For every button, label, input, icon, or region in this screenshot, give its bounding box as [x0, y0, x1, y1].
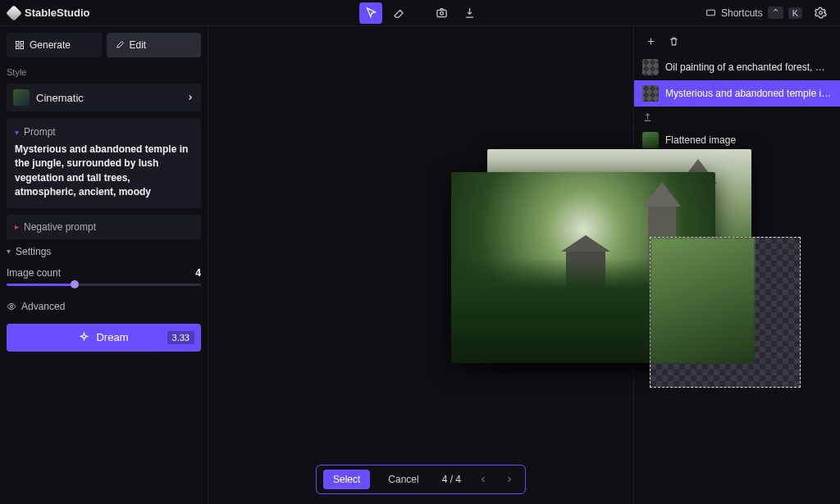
- layer-thumb-icon: [642, 59, 659, 75]
- negative-prompt-panel[interactable]: ▸ Negative prompt: [7, 215, 201, 239]
- chevron-left-icon: [478, 474, 488, 484]
- svg-rect-7: [21, 46, 24, 49]
- selection-box[interactable]: [650, 237, 801, 388]
- edit-icon: [115, 40, 125, 50]
- plus-icon: [646, 36, 656, 47]
- trash-icon: [669, 36, 679, 47]
- shortcuts-label: Shortcuts: [721, 7, 763, 19]
- sparkle-icon: [79, 332, 89, 343]
- negative-prompt-label: Negative prompt: [24, 221, 96, 233]
- upload-icon: [642, 111, 653, 122]
- advanced-toggle[interactable]: Advanced: [7, 301, 201, 312]
- export-layer-button[interactable]: [634, 107, 840, 127]
- layer-label: Oil painting of a enchanted forest, with…: [665, 61, 832, 73]
- svg-point-1: [440, 11, 443, 15]
- image-count-value: 4: [195, 267, 201, 279]
- settings-gear-icon[interactable]: [809, 2, 832, 24]
- cancel-button[interactable]: Cancel: [378, 470, 428, 489]
- style-swatch-icon: [13, 89, 30, 106]
- dream-button[interactable]: Dream 3.33: [7, 324, 201, 352]
- image-count-slider[interactable]: [7, 284, 201, 286]
- svg-rect-4: [16, 42, 20, 45]
- pager-next[interactable]: [500, 470, 518, 488]
- delete-layer-button[interactable]: [665, 33, 682, 49]
- style-label: Style: [7, 67, 201, 77]
- kbd-1: ⌃: [768, 7, 783, 19]
- brand: StableStudio: [8, 7, 89, 19]
- style-select[interactable]: Cinematic: [7, 84, 201, 111]
- svg-point-8: [11, 305, 13, 307]
- svg-rect-2: [707, 10, 715, 16]
- dream-label: Dream: [96, 331, 128, 343]
- mode-edit-label: Edit: [130, 39, 147, 51]
- select-button[interactable]: Select: [323, 470, 370, 489]
- pager-prev[interactable]: [474, 470, 492, 488]
- style-value: Cinematic: [36, 92, 84, 104]
- mode-edit[interactable]: Edit: [107, 33, 202, 57]
- bottom-action-bar: Select Cancel 4 / 4: [316, 465, 526, 494]
- brand-logo-icon: [6, 5, 22, 21]
- layer-thumb-icon: [642, 85, 659, 102]
- svg-rect-0: [436, 10, 445, 16]
- chevron-down-icon: ▾: [15, 128, 19, 137]
- brand-text: StableStudio: [25, 7, 89, 19]
- kbd-2: K: [788, 7, 802, 19]
- add-layer-button[interactable]: [642, 33, 659, 49]
- grid-icon: [15, 40, 25, 50]
- shortcuts-button[interactable]: Shortcuts ⌃ K: [705, 7, 802, 19]
- canvas[interactable]: Select Cancel 4 / 4: [208, 26, 633, 504]
- tool-erase[interactable]: [387, 2, 410, 24]
- layer-item-1[interactable]: Mysterious and abandoned temple in the j…: [634, 80, 840, 107]
- eye-icon: [7, 302, 16, 311]
- tool-snapshot[interactable]: [430, 2, 453, 24]
- settings-toggle[interactable]: ▾ Settings: [7, 246, 201, 257]
- chevron-right-icon: [504, 474, 514, 484]
- svg-point-3: [819, 11, 822, 15]
- svg-rect-6: [16, 46, 20, 49]
- chevron-down-icon: ▾: [7, 247, 11, 256]
- mode-generate[interactable]: Generate: [7, 33, 102, 57]
- chevron-right-icon: ▸: [15, 222, 19, 231]
- prompt-toggle[interactable]: ▾ Prompt: [15, 126, 193, 138]
- pager-text: 4 / 4: [437, 474, 466, 485]
- tool-download[interactable]: [458, 2, 481, 24]
- advanced-label: Advanced: [21, 301, 65, 312]
- tool-select[interactable]: [359, 2, 382, 24]
- left-sidebar: Generate Edit Style Cinematic ▾ Prompt M…: [0, 26, 208, 504]
- prompt-text[interactable]: Mysterious and abandoned temple in the j…: [15, 143, 193, 200]
- mode-generate-label: Generate: [30, 39, 71, 51]
- settings-label: Settings: [16, 246, 51, 257]
- image-count-label: Image count: [7, 267, 61, 279]
- prompt-label: Prompt: [24, 126, 56, 138]
- dream-cost: 3.33: [167, 331, 194, 344]
- layer-item-0[interactable]: Oil painting of a enchanted forest, with…: [634, 54, 840, 80]
- layer-label: Mysterious and abandoned temple in the j…: [665, 88, 832, 99]
- svg-rect-5: [21, 42, 24, 45]
- prompt-panel: ▾ Prompt Mysterious and abandoned temple…: [7, 118, 201, 208]
- layer-thumb-icon: [642, 132, 659, 148]
- chevron-right-icon: [186, 93, 194, 102]
- layer-label: Flattened image: [665, 134, 736, 146]
